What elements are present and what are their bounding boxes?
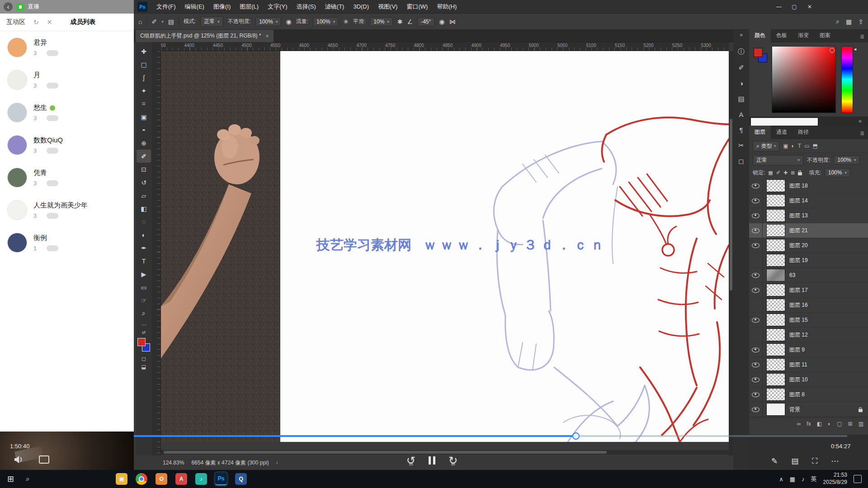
avatar[interactable] bbox=[7, 70, 27, 90]
visibility-toggle[interactable] bbox=[749, 238, 763, 253]
history-panel-icon[interactable]: ◻ bbox=[738, 157, 744, 165]
tool-button[interactable]: ⌕ bbox=[137, 307, 151, 320]
layer-row[interactable]: 63 bbox=[749, 268, 868, 283]
list-item[interactable]: 月 3 bbox=[0, 64, 134, 96]
layer-thumbnail[interactable] bbox=[766, 373, 785, 386]
ime-indicator[interactable]: 英 bbox=[811, 475, 817, 483]
tray-icon[interactable]: ♪ bbox=[802, 476, 805, 483]
horizontal-ruler[interactable]: 4350440044504500455046004650470047504800… bbox=[161, 42, 729, 51]
menu-item[interactable]: 滤镜(T) bbox=[321, 0, 349, 14]
panel-tab[interactable]: 渐变 bbox=[793, 29, 814, 42]
player-progress-bar[interactable] bbox=[134, 435, 847, 437]
close-icon[interactable]: ✕ bbox=[47, 19, 52, 26]
tool-button[interactable]: ✚ bbox=[137, 45, 151, 58]
visibility-toggle[interactable] bbox=[749, 313, 763, 327]
layer-kind-filter-icon[interactable]: ⬒ bbox=[813, 143, 818, 149]
layer-row[interactable]: 图层 10 bbox=[749, 372, 868, 387]
tool-button[interactable]: ✒ bbox=[137, 241, 151, 254]
symmetry-icon[interactable]: ⋈ bbox=[449, 18, 456, 25]
photoshop-app[interactable]: Ps bbox=[215, 473, 227, 485]
actions-panel-icon[interactable]: ✂ bbox=[738, 141, 744, 150]
menu-item[interactable]: 选择(S) bbox=[292, 0, 320, 14]
layer-row[interactable]: 图层 15 bbox=[749, 313, 868, 328]
visibility-toggle[interactable] bbox=[749, 357, 763, 372]
media-app[interactable]: ♪ bbox=[195, 473, 207, 485]
layers-footer-icon[interactable]: ▥ bbox=[859, 421, 863, 427]
tool-button[interactable]: ☞ bbox=[137, 294, 151, 307]
tool-button[interactable]: ◓ bbox=[137, 123, 151, 136]
zoom-level[interactable]: 124.83% bbox=[163, 460, 184, 466]
layer-opacity-dropdown[interactable]: 100%▾ bbox=[834, 155, 859, 164]
expand-panels-icon[interactable]: » bbox=[740, 32, 743, 38]
rewind-10-button[interactable]: ↺ 10 bbox=[405, 455, 417, 466]
layers-footer-icon[interactable]: ∞ bbox=[797, 421, 801, 427]
list-item[interactable]: 愁生 3 bbox=[0, 96, 134, 129]
menu-item[interactable]: 编辑(E) bbox=[180, 0, 209, 14]
taskbar-search-icon[interactable]: ⌕ bbox=[21, 475, 34, 483]
tool-button[interactable]: ⌗ bbox=[137, 97, 151, 110]
hue-slider[interactable] bbox=[841, 46, 853, 113]
layer-thumbnail[interactable] bbox=[766, 343, 785, 356]
layer-thumbnail[interactable] bbox=[766, 269, 785, 282]
layer-kind-filter-icon[interactable]: T bbox=[798, 143, 801, 149]
visibility-toggle[interactable] bbox=[749, 223, 763, 238]
office-app[interactable]: O bbox=[156, 473, 167, 485]
swap-colors-icon[interactable]: ⇄ bbox=[142, 330, 146, 335]
menu-item[interactable]: 图层(L) bbox=[235, 0, 263, 14]
document-preview-thumbnail[interactable] bbox=[750, 117, 818, 126]
menu-item[interactable]: 帮助(H) bbox=[432, 0, 461, 14]
volume-icon[interactable] bbox=[14, 455, 24, 464]
search-icon[interactable]: ⌕ bbox=[836, 18, 840, 25]
layers-footer-icon[interactable]: ◐ bbox=[828, 421, 831, 427]
layer-row[interactable]: 图层 19 bbox=[749, 253, 868, 268]
panel-tab[interactable]: 图层 bbox=[749, 126, 771, 139]
panel-tab[interactable]: 通道 bbox=[771, 126, 793, 139]
layers-footer-icon[interactable]: fx bbox=[807, 421, 811, 427]
layer-filter-dropdown[interactable]: ⌕ 类型 ▾ bbox=[753, 141, 779, 151]
layer-thumbnail[interactable] bbox=[766, 358, 785, 371]
opacity-dropdown[interactable]: 100%▾ bbox=[255, 17, 281, 26]
brush-angle-field[interactable]: -45° bbox=[417, 17, 434, 26]
avatar[interactable] bbox=[7, 200, 27, 220]
back-button[interactable]: ‹ bbox=[4, 2, 13, 11]
tool-button[interactable]: ◌ bbox=[137, 215, 151, 228]
color-swatches[interactable] bbox=[136, 338, 151, 354]
panel-tab[interactable]: 图案 bbox=[814, 29, 836, 42]
avatar[interactable] bbox=[7, 233, 27, 253]
avatar[interactable] bbox=[7, 38, 27, 57]
smoothing-gear-icon[interactable]: ✱ bbox=[397, 18, 403, 25]
chrome-app[interactable] bbox=[136, 473, 147, 485]
tool-button[interactable]: T bbox=[137, 254, 151, 267]
fullscreen-icon[interactable]: ⛶ bbox=[812, 457, 817, 466]
tool-button[interactable]: ◧ bbox=[137, 202, 151, 215]
layer-row[interactable]: 图层 14 bbox=[749, 193, 868, 208]
tray-icon[interactable]: ▦ bbox=[790, 476, 795, 483]
home-icon[interactable]: ⌂ bbox=[138, 18, 142, 25]
properties-panel-icon[interactable]: ✐ bbox=[738, 64, 744, 72]
foreground-color-swatch[interactable] bbox=[137, 338, 146, 346]
lock-option-icon[interactable]: ✚ bbox=[783, 170, 788, 176]
menu-item[interactable]: 视图(V) bbox=[373, 0, 402, 14]
visibility-toggle[interactable] bbox=[749, 372, 763, 387]
layer-thumbnail[interactable] bbox=[766, 254, 785, 267]
visibility-toggle[interactable] bbox=[749, 387, 763, 402]
taskbar-clock[interactable]: 21:53 2025/8/29 bbox=[823, 472, 847, 486]
layers-footer-icon[interactable]: ⊞ bbox=[848, 421, 853, 427]
annotate-pen-icon[interactable]: ✎ bbox=[771, 456, 778, 466]
notification-center-icon[interactable] bbox=[854, 475, 862, 483]
qq-app[interactable]: Q bbox=[235, 473, 247, 485]
more-options-icon[interactable]: ⋯ bbox=[831, 456, 839, 466]
layer-thumbnail[interactable] bbox=[766, 284, 785, 296]
layer-kind-filter-icon[interactable]: ◐ bbox=[792, 143, 795, 149]
vertical-scrollbar[interactable] bbox=[729, 51, 733, 455]
lock-option-icon[interactable]: ▦ bbox=[768, 170, 773, 176]
layers-footer-icon[interactable]: ◧ bbox=[817, 421, 822, 427]
ruler-corner[interactable] bbox=[152, 42, 161, 51]
layer-row[interactable]: 图层 18 bbox=[749, 178, 868, 193]
tool-button[interactable]: ▭ bbox=[137, 281, 151, 294]
visibility-toggle[interactable] bbox=[749, 328, 763, 342]
share-icon[interactable]: ⇪ bbox=[858, 18, 863, 25]
notes-icon[interactable]: ▤ bbox=[791, 456, 798, 466]
tray-icon[interactable]: ∧ bbox=[779, 476, 783, 483]
smoothing-dropdown[interactable]: 10%▾ bbox=[370, 17, 393, 26]
